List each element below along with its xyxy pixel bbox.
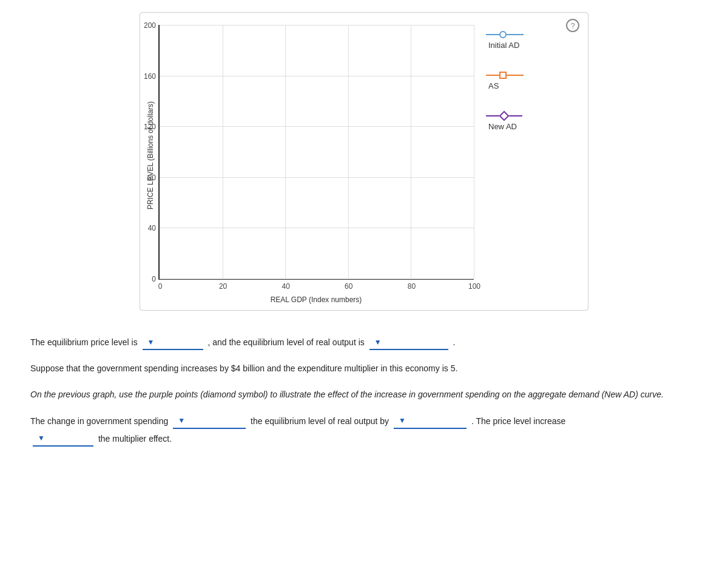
grid-line-h-120: 120	[160, 126, 474, 127]
question-3-block: On the previous graph, use the purple po…	[30, 387, 698, 402]
grid-line-v-100: 100	[474, 25, 474, 278]
q3-text: On the previous graph, use the purple po…	[30, 390, 664, 399]
q2-text: Suppose that the government spending inc…	[30, 363, 457, 373]
x-tick-100: 100	[468, 282, 480, 291]
grid-line-v-0: 0	[160, 25, 160, 278]
legend-marker-row-initial-ad	[486, 31, 524, 38]
questions-area: The equilibrium price level is ▼ , and t…	[12, 329, 716, 464]
q1-dropdown1[interactable]: ▼	[143, 336, 203, 351]
grid-line-h-0: 0	[160, 278, 474, 279]
grid-line-v-20: 20	[223, 25, 223, 278]
q1-text-end: .	[453, 337, 456, 347]
y-tick-200: 200	[144, 21, 156, 30]
plot-area: 200 160 120 80 40	[158, 25, 474, 280]
q4-dropdown2-arrow: ▼	[399, 414, 406, 428]
q1-dropdown2-arrow: ▼	[374, 336, 382, 349]
q4-text-end: . The price level increase	[471, 416, 565, 426]
q4-dropdown3[interactable]: ▼	[33, 432, 93, 447]
legend-line2-as	[507, 75, 524, 76]
q4-line2: ▼ the multiplier effect.	[30, 431, 698, 447]
legend-item-new-ad: New AD	[486, 112, 576, 131]
question-1-block: The equilibrium price level is ▼ , and t…	[30, 335, 698, 350]
q4-text-before: The change in government spending	[30, 416, 168, 426]
x-tick-80: 80	[408, 282, 416, 291]
y-tick-0: 0	[152, 275, 156, 283]
legend-label-initial-ad: Initial AD	[488, 41, 519, 50]
q1-text-middle: , and the equilibrium level of real outp…	[207, 337, 364, 347]
legend-area: Initial AD AS New AD	[486, 25, 576, 131]
legend-item-initial-ad: Initial AD	[486, 31, 576, 50]
y-tick-40: 40	[148, 224, 156, 232]
legend-marker-row-new-ad	[486, 112, 522, 120]
grid-line-h-200: 200	[160, 25, 474, 25]
q4-line1: The change in government spending ▼ the …	[30, 414, 698, 429]
q1-dropdown2[interactable]: ▼	[369, 336, 448, 351]
question-4-block: The change in government spending ▼ the …	[30, 414, 698, 447]
x-axis-label: REAL GDP (Index numbers)	[158, 295, 474, 304]
y-tick-120: 120	[144, 123, 156, 131]
y-tick-160: 160	[144, 72, 156, 81]
q4-dropdown3-arrow: ▼	[38, 432, 45, 445]
grid-line-h-160: 160	[160, 76, 474, 76]
legend-square-as	[499, 72, 507, 79]
grid-line-v-80: 80	[411, 25, 411, 278]
legend-label-as: AS	[488, 81, 499, 90]
legend-label-new-ad: New AD	[488, 122, 517, 131]
q4-dropdown1-arrow: ▼	[178, 414, 185, 428]
x-tick-0: 0	[158, 282, 163, 291]
q4-dropdown2[interactable]: ▼	[394, 414, 467, 429]
help-icon[interactable]: ?	[566, 19, 579, 32]
legend-marker-row-as	[486, 72, 524, 79]
x-tick-20: 20	[219, 282, 227, 291]
grid-line-h-40: 40	[160, 228, 474, 228]
y-tick-80: 80	[148, 174, 156, 182]
grid-line-v-40: 40	[285, 25, 286, 278]
legend-line2-initial-ad	[507, 34, 524, 35]
chart-area: 200 160 120 80 40	[158, 25, 474, 304]
grid-line-h-80: 80	[160, 177, 474, 178]
legend-diamond-new-ad	[499, 111, 510, 121]
q4-text-middle: the equilibrium level of real output by	[251, 416, 389, 426]
x-tick-60: 60	[345, 282, 352, 291]
q1-text-before: The equilibrium price level is	[30, 337, 138, 347]
q4-dropdown1[interactable]: ▼	[173, 414, 246, 429]
chart-container: ? PRICE LEVEL (Billions of dollars) 200 …	[140, 12, 588, 311]
q1-dropdown1-arrow: ▼	[147, 336, 155, 349]
legend-dot-initial-ad	[499, 31, 507, 38]
x-tick-40: 40	[282, 282, 290, 291]
q4-text-final: the multiplier effect.	[98, 434, 172, 444]
legend-item-as: AS	[486, 72, 576, 90]
y-axis-label: PRICE LEVEL (Billions of dollars)	[146, 101, 155, 209]
question-2-block: Suppose that the government spending inc…	[30, 361, 698, 376]
grid-line-v-60: 60	[348, 25, 349, 278]
